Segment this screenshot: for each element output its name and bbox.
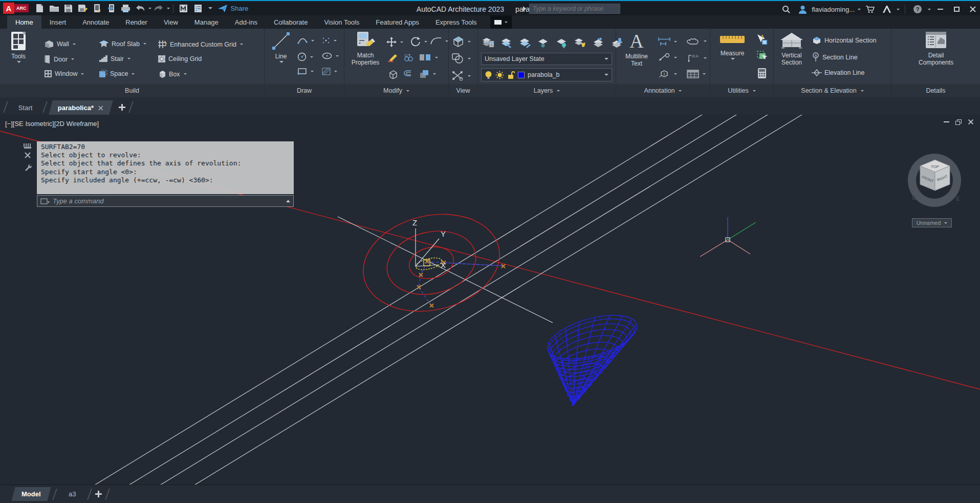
tools-button[interactable]: Tools <box>2 31 35 63</box>
line-button[interactable]: Line <box>268 31 294 63</box>
signed-in-user[interactable]: flaviadoming... <box>812 6 855 13</box>
stair-button[interactable]: Stair <box>99 55 130 62</box>
save-to-web-mobile-icon[interactable] <box>105 3 118 14</box>
tab-annotate[interactable]: Annotate <box>74 15 117 29</box>
layer-thaw-icon[interactable] <box>556 37 568 48</box>
fillet-button[interactable] <box>430 37 448 45</box>
box-button[interactable]: Box <box>158 70 187 78</box>
tag-button[interactable]: 1 <box>658 70 677 78</box>
layer-on-icon[interactable] <box>519 37 531 48</box>
layer-sun-icon[interactable] <box>495 71 504 79</box>
close-button[interactable] <box>966 3 980 15</box>
palette-grip-handle[interactable] <box>24 143 32 147</box>
palette-close-icon[interactable] <box>25 152 31 158</box>
vertical-section-button[interactable]: VerticalSection <box>776 31 808 66</box>
dimension-button[interactable] <box>658 37 677 46</box>
command-expand-icon[interactable] <box>286 200 290 202</box>
extrude-button[interactable] <box>387 70 398 79</box>
view-box-button[interactable] <box>452 36 471 47</box>
point-button[interactable] <box>322 37 337 44</box>
redo-dropdown-icon[interactable] <box>167 8 170 9</box>
ceiling-grid-button[interactable]: Ceiling Grid <box>158 55 202 63</box>
layer-previous-icon[interactable] <box>593 37 605 48</box>
tab-manage[interactable]: Manage <box>186 15 227 29</box>
panel-label-details[interactable]: Details <box>891 84 980 97</box>
viewport-restore-icon[interactable] <box>955 119 962 125</box>
markup-import-icon[interactable] <box>177 3 190 14</box>
section-line-button[interactable]: A Section Line <box>812 52 858 62</box>
panel-label-annotation[interactable]: Annotation <box>616 84 710 97</box>
offset-button[interactable] <box>403 70 413 77</box>
open-from-web-mobile-icon[interactable] <box>91 3 104 14</box>
viewcube[interactable]: S E TOP FRONT RIGHT <box>908 154 961 207</box>
circle-button[interactable] <box>297 52 313 61</box>
model-viewport[interactable]: Z Y X S E <box>0 115 980 485</box>
quick-select-button[interactable] <box>755 34 768 45</box>
panel-label-build[interactable]: Build <box>0 84 264 97</box>
layer-color-swatch[interactable] <box>518 72 525 78</box>
viewcube-south[interactable]: S <box>912 195 916 201</box>
undo-dropdown-icon[interactable] <box>148 8 151 9</box>
match-properties-button[interactable]: MatchProperties <box>349 31 382 66</box>
window-button[interactable]: Window <box>44 70 84 78</box>
door-button[interactable]: Door <box>44 55 74 64</box>
layer-freeze-icon[interactable]: ❄ <box>537 37 550 48</box>
tab-add-ins[interactable]: Add-ins <box>227 15 266 29</box>
viewcube-wcs-menu[interactable]: Unnamed <box>912 218 952 227</box>
table-button[interactable] <box>687 70 706 78</box>
open-folder-icon[interactable] <box>48 3 61 14</box>
panel-label-utilities[interactable]: Utilities <box>710 84 773 97</box>
sheet-set-manager-icon[interactable] <box>191 3 205 14</box>
panel-label-view[interactable]: View <box>449 84 477 97</box>
erase-button[interactable] <box>387 53 399 62</box>
layer-unlock-icon[interactable] <box>507 71 515 79</box>
copy-button[interactable]: O <box>404 53 415 61</box>
share-button[interactable]: Share <box>231 5 249 12</box>
new-file-tab-button[interactable] <box>119 104 125 111</box>
tab-featured-apps[interactable]: Featured Apps <box>367 15 427 29</box>
wall-button[interactable]: Wall <box>44 40 76 48</box>
autodesk-logo-icon[interactable] <box>879 3 894 15</box>
user-dropdown-icon[interactable] <box>858 9 861 10</box>
layer-bulb-icon[interactable] <box>485 71 492 79</box>
enhanced-custom-grid-button[interactable]: Enhanced Custom Grid <box>158 40 243 49</box>
revision-cloud-button[interactable] <box>687 37 707 45</box>
maximize-button[interactable] <box>949 3 964 15</box>
close-file-tab-icon[interactable] <box>99 105 104 110</box>
palette-customize-icon[interactable] <box>24 163 32 171</box>
tab-render[interactable]: Render <box>117 15 156 29</box>
panel-label-draw[interactable]: Draw <box>265 84 344 97</box>
app-store-cart-icon[interactable] <box>863 3 877 15</box>
hatch-button[interactable] <box>322 68 337 75</box>
roof-slab-button[interactable]: Roof Slab <box>99 40 146 48</box>
multiline-text-button[interactable]: A MultilineText <box>620 31 653 67</box>
autocad-app-icon[interactable]: A <box>3 3 14 14</box>
command-prompt-icon[interactable] <box>40 198 50 204</box>
command-input[interactable]: Type a command <box>37 195 294 207</box>
viewcube-east[interactable]: E <box>956 196 960 202</box>
view-arrows-button[interactable] <box>452 71 471 81</box>
ellipse-button[interactable] <box>322 52 339 59</box>
layer-state-combo[interactable]: Unsaved Layer State <box>481 53 612 65</box>
viewcube-top-face[interactable]: TOP <box>931 164 939 169</box>
space-button[interactable]: Space <box>99 70 135 78</box>
save-as-icon[interactable] <box>76 3 90 14</box>
search-icon[interactable] <box>779 3 793 15</box>
tab-express-tools[interactable]: Express Tools <box>427 15 485 29</box>
detail-components-button[interactable]: DetailComponents <box>918 31 954 66</box>
undo-icon[interactable] <box>134 3 147 14</box>
arc-button[interactable] <box>297 37 314 44</box>
layer-combo[interactable]: parabola_b <box>481 68 612 81</box>
viewcube-cube[interactable]: TOP FRONT RIGHT <box>920 160 950 191</box>
select-similar-button[interactable] <box>756 50 769 61</box>
layer-lock-icon[interactable] <box>574 37 586 48</box>
rotate-button[interactable] <box>411 37 427 47</box>
viewport-controls-label[interactable]: [−][SE Isometric][2D Wireframe] <box>5 120 99 128</box>
viewport-close-icon[interactable] <box>968 119 974 125</box>
mirror-button[interactable] <box>419 53 438 61</box>
file-tab-parabolica[interactable]: parabolica* <box>49 100 114 115</box>
move-button[interactable] <box>386 37 403 47</box>
panel-label-layers[interactable]: Layers <box>478 84 616 97</box>
tab-view[interactable]: View <box>156 15 186 29</box>
redo-icon[interactable] <box>152 3 165 14</box>
